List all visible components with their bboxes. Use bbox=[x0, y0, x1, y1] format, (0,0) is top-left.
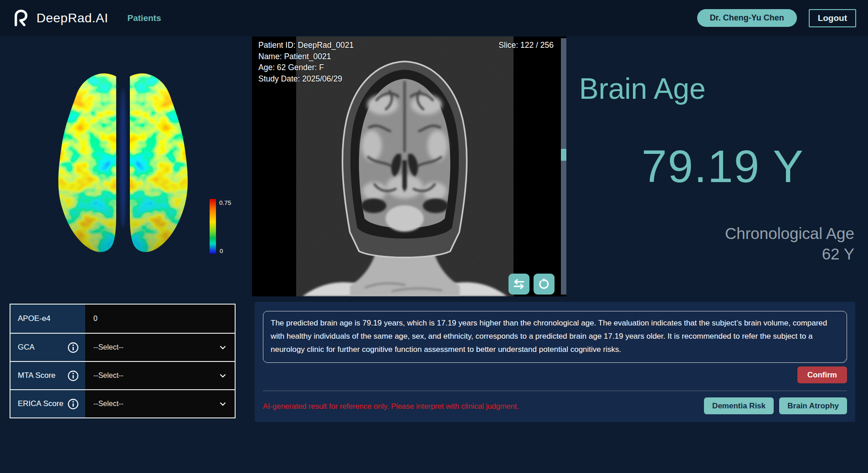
slice-scrollbar[interactable] bbox=[561, 38, 566, 295]
patient-age-gender-text: Age: 62 Gender: F bbox=[258, 62, 354, 73]
logout-button[interactable]: Logout bbox=[809, 9, 856, 27]
info-icon bbox=[67, 370, 79, 381]
gca-label-cell: GCA bbox=[10, 334, 85, 361]
mta-select-value: --Select-- bbox=[93, 371, 123, 380]
chronological-age-block: Chronological Age 62 Y bbox=[725, 223, 854, 264]
logo-text: DeepRad.AI bbox=[36, 11, 108, 25]
brain-atrophy-button[interactable]: Brain Atrophy bbox=[779, 397, 847, 414]
logo[interactable]: DeepRad.AI bbox=[12, 9, 108, 28]
deeprad-logo-icon bbox=[12, 9, 31, 28]
mri-viewer[interactable]: Patient ID: DeepRad_0021 Name: Patient_0… bbox=[252, 36, 566, 296]
report-summary-textarea[interactable]: The predicted brain age is 79.19 years, … bbox=[263, 311, 847, 363]
mta-label-cell: MTA Score bbox=[10, 362, 85, 389]
erica-select[interactable]: --Select-- bbox=[93, 400, 226, 408]
report-panel: The predicted brain age is 79.19 years, … bbox=[255, 302, 855, 422]
user-badge[interactable]: Dr. Cheng-Yu Chen bbox=[697, 9, 797, 27]
reset-rotation-button[interactable] bbox=[534, 274, 555, 295]
slice-counter: Slice: 122 / 256 bbox=[498, 41, 554, 50]
colorbar-max-label: 0.75 bbox=[219, 199, 231, 206]
info-icon bbox=[67, 342, 79, 353]
brain-surface-heatmap-image bbox=[43, 69, 203, 256]
mta-value-cell: --Select-- bbox=[85, 362, 235, 389]
navbar-right: Dr. Cheng-Yu Chen Logout bbox=[697, 9, 856, 27]
navbar: DeepRad.AI Patients Dr. Cheng-Yu Chen Lo… bbox=[0, 0, 868, 36]
gca-info-button[interactable] bbox=[67, 342, 79, 353]
heatmap-colorbar bbox=[210, 199, 216, 254]
mta-select[interactable]: --Select-- bbox=[93, 371, 226, 380]
confirm-button[interactable]: Confirm bbox=[797, 366, 847, 383]
chevron-down-icon bbox=[219, 372, 226, 379]
apoe-value: 0 bbox=[93, 315, 98, 323]
erica-info-button[interactable] bbox=[67, 398, 79, 410]
patient-info-overlay: Patient ID: DeepRad_0021 Name: Patient_0… bbox=[258, 40, 354, 84]
patient-name-text: Name: Patient_0021 bbox=[258, 51, 354, 62]
apoe-label-cell: APOE-e4 bbox=[10, 305, 85, 333]
swap-horizontal-icon bbox=[513, 278, 525, 290]
chronological-age-value: 62 Y bbox=[725, 244, 854, 264]
dementia-risk-button[interactable]: Dementia Risk bbox=[704, 397, 774, 414]
chronological-age-label: Chronological Age bbox=[725, 223, 854, 244]
chevron-down-icon bbox=[219, 400, 226, 407]
table-row-mta: MTA Score --Select-- bbox=[10, 361, 235, 389]
chevron-down-icon bbox=[219, 344, 226, 351]
gca-label: GCA bbox=[18, 343, 35, 352]
erica-label-cell: ERICA Score bbox=[10, 390, 85, 417]
study-date-text: Study Date: 2025/06/29 bbox=[258, 73, 354, 85]
brain-age-value: 79.19 Y bbox=[642, 140, 804, 193]
gca-select-value: --Select-- bbox=[93, 343, 123, 351]
table-row-apoe: APOE-e4 0 bbox=[10, 305, 235, 333]
info-icon bbox=[67, 398, 79, 410]
mta-label: MTA Score bbox=[18, 371, 56, 380]
ai-disclaimer-text: AI-generated result for reference only. … bbox=[263, 402, 519, 411]
erica-value-cell: --Select-- bbox=[85, 390, 235, 417]
apoe-label: APOE-e4 bbox=[18, 314, 51, 323]
gca-select[interactable]: --Select-- bbox=[93, 343, 226, 351]
panel-divider bbox=[263, 391, 847, 391]
slice-scrollbar-thumb[interactable] bbox=[561, 149, 566, 161]
table-row-erica: ERICA Score --Select-- bbox=[10, 389, 235, 417]
biomarker-table: APOE-e4 0 GCA --Select-- MTA Sco bbox=[10, 304, 236, 418]
report-action-buttons: Dementia Risk Brain Atrophy bbox=[704, 397, 847, 414]
erica-label: ERICA Score bbox=[18, 399, 63, 408]
brain-age-title: Brain Age bbox=[579, 72, 706, 106]
nav-patients-link[interactable]: Patients bbox=[128, 13, 161, 23]
gca-value-cell: --Select-- bbox=[85, 334, 235, 361]
table-row-gca: GCA --Select-- bbox=[10, 333, 235, 361]
colorbar-min-label: 0 bbox=[220, 248, 223, 254]
apoe-value-cell: 0 bbox=[85, 305, 235, 333]
mta-info-button[interactable] bbox=[67, 370, 79, 381]
rotate-counterclockwise-icon bbox=[538, 278, 550, 290]
erica-select-value: --Select-- bbox=[93, 400, 123, 408]
patient-id-text: Patient ID: DeepRad_0021 bbox=[258, 40, 354, 51]
swap-view-button[interactable] bbox=[508, 274, 529, 295]
